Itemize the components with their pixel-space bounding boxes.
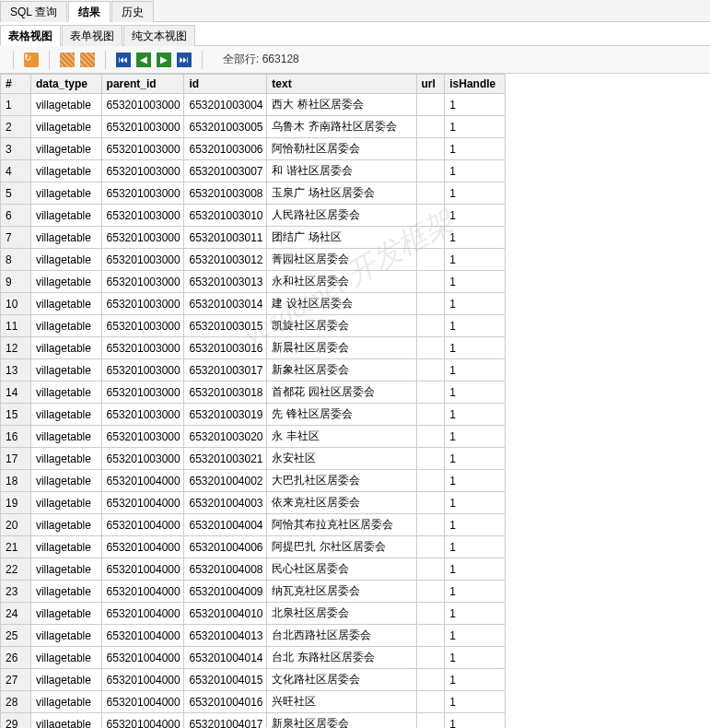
cell-data-type[interactable]: villagetable bbox=[30, 603, 101, 625]
table-row[interactable]: 21villagetable653201004000653201004006阿提… bbox=[1, 536, 506, 558]
table-row[interactable]: 15villagetable653201003000653201003019先 … bbox=[1, 404, 506, 426]
cell-url[interactable] bbox=[416, 470, 445, 492]
cell-parent-id[interactable]: 653201003000 bbox=[101, 249, 184, 271]
cell-id[interactable]: 653201003018 bbox=[184, 382, 267, 404]
cell-data-type[interactable]: villagetable bbox=[30, 536, 101, 558]
cell-id[interactable]: 653201004009 bbox=[184, 581, 267, 603]
cell-url[interactable] bbox=[416, 359, 445, 382]
cell-text[interactable]: 先 锋社区居委会 bbox=[267, 404, 416, 426]
cell-data-type[interactable]: villagetable bbox=[30, 249, 101, 271]
cell-url[interactable] bbox=[416, 514, 445, 536]
cell-data-type[interactable]: villagetable bbox=[30, 448, 101, 470]
cell-id[interactable]: 653201003007 bbox=[184, 160, 267, 182]
cell-ishandle[interactable]: 1 bbox=[445, 182, 506, 205]
cell-parent-id[interactable]: 653201003000 bbox=[101, 160, 184, 182]
cell-url[interactable] bbox=[416, 337, 445, 359]
cell-parent-id[interactable]: 653201004000 bbox=[101, 581, 184, 603]
cell-id[interactable]: 653201004013 bbox=[184, 625, 267, 647]
cell-url[interactable] bbox=[416, 94, 445, 116]
cell-url[interactable] bbox=[416, 116, 445, 138]
cell-id[interactable]: 653201003014 bbox=[184, 293, 267, 315]
cell-parent-id[interactable]: 653201004000 bbox=[101, 558, 184, 581]
cell-id[interactable]: 653201004017 bbox=[184, 713, 267, 729]
cell-text[interactable]: 北泉社区居委会 bbox=[267, 603, 416, 625]
table-row[interactable]: 1villagetable653201003000653201003004西大 … bbox=[1, 94, 506, 116]
cell-ishandle[interactable]: 1 bbox=[445, 603, 506, 625]
cell-url[interactable] bbox=[416, 382, 445, 404]
cell-parent-id[interactable]: 653201004000 bbox=[101, 492, 184, 514]
cell-data-type[interactable]: villagetable bbox=[30, 94, 101, 116]
cell-id[interactable]: 653201004002 bbox=[184, 470, 267, 492]
tool-button-1[interactable] bbox=[59, 52, 76, 68]
table-row[interactable]: 19villagetable653201004000653201004003依来… bbox=[1, 492, 506, 514]
cell-text[interactable]: 永 丰社区 bbox=[267, 426, 416, 448]
table-row[interactable]: 2villagetable653201003000653201003005乌鲁木… bbox=[1, 116, 506, 138]
col-header-ishandle[interactable]: isHandle bbox=[445, 75, 506, 94]
cell-data-type[interactable]: villagetable bbox=[30, 138, 101, 160]
cell-parent-id[interactable]: 653201003000 bbox=[101, 448, 184, 470]
cell-parent-id[interactable]: 653201003000 bbox=[101, 426, 184, 448]
cell-url[interactable] bbox=[416, 227, 445, 249]
cell-text[interactable]: 永和社区居委会 bbox=[267, 271, 416, 293]
cell-parent-id[interactable]: 653201003000 bbox=[101, 182, 184, 205]
tab-table-view[interactable]: 表格视图 bbox=[0, 25, 61, 46]
cell-parent-id[interactable]: 653201004000 bbox=[101, 536, 184, 558]
cell-ishandle[interactable]: 1 bbox=[445, 271, 506, 293]
cell-url[interactable] bbox=[416, 558, 445, 581]
col-header-parent-id[interactable]: parent_id bbox=[101, 75, 184, 94]
cell-id[interactable]: 653201003017 bbox=[184, 359, 267, 382]
table-row[interactable]: 9villagetable653201003000653201003013永和社… bbox=[1, 271, 506, 293]
cell-parent-id[interactable]: 653201003000 bbox=[101, 271, 184, 293]
cell-id[interactable]: 653201003016 bbox=[184, 337, 267, 359]
cell-url[interactable] bbox=[416, 426, 445, 448]
table-row[interactable]: 7villagetable653201003000653201003011团结广… bbox=[1, 227, 506, 249]
tool-button-2[interactable] bbox=[79, 52, 96, 68]
table-row[interactable]: 11villagetable653201003000653201003015凯旋… bbox=[1, 315, 506, 337]
cell-text[interactable]: 凯旋社区居委会 bbox=[267, 315, 416, 337]
table-row[interactable]: 20villagetable653201004000653201004004阿恰… bbox=[1, 514, 506, 536]
cell-url[interactable] bbox=[416, 581, 445, 603]
table-row[interactable]: 23villagetable653201004000653201004009纳瓦… bbox=[1, 581, 506, 603]
table-row[interactable]: 10villagetable653201003000653201003014建 … bbox=[1, 293, 506, 315]
cell-data-type[interactable]: villagetable bbox=[30, 271, 101, 293]
cell-data-type[interactable]: villagetable bbox=[30, 691, 101, 713]
cell-text[interactable]: 阿提巴扎 尔社区居委会 bbox=[267, 536, 416, 558]
cell-parent-id[interactable]: 653201004000 bbox=[101, 691, 184, 713]
tab-plain-view[interactable]: 纯文本视图 bbox=[123, 25, 195, 46]
cell-data-type[interactable]: villagetable bbox=[30, 116, 101, 138]
cell-data-type[interactable]: villagetable bbox=[30, 558, 101, 581]
cell-data-type[interactable]: villagetable bbox=[30, 713, 101, 729]
cell-parent-id[interactable]: 653201003000 bbox=[101, 337, 184, 359]
cell-id[interactable]: 653201003004 bbox=[184, 94, 267, 116]
cell-parent-id[interactable]: 653201003000 bbox=[101, 359, 184, 382]
table-row[interactable]: 28villagetable653201004000653201004016兴旺… bbox=[1, 691, 506, 713]
cell-ishandle[interactable]: 1 bbox=[445, 470, 506, 492]
cell-url[interactable] bbox=[416, 691, 445, 713]
cell-data-type[interactable]: villagetable bbox=[30, 227, 101, 249]
tab-form-view[interactable]: 表单视图 bbox=[62, 25, 122, 46]
cell-parent-id[interactable]: 653201004000 bbox=[101, 669, 184, 691]
cell-data-type[interactable]: villagetable bbox=[30, 669, 101, 691]
cell-url[interactable] bbox=[416, 492, 445, 514]
tab-result[interactable]: 结果 bbox=[68, 1, 111, 22]
cell-ishandle[interactable]: 1 bbox=[445, 448, 506, 470]
cell-id[interactable]: 653201004010 bbox=[184, 603, 267, 625]
cell-text[interactable]: 永安社区 bbox=[267, 448, 416, 470]
cell-parent-id[interactable]: 653201003000 bbox=[101, 205, 184, 227]
cell-url[interactable] bbox=[416, 138, 445, 160]
cell-url[interactable] bbox=[416, 448, 445, 470]
cell-data-type[interactable]: villagetable bbox=[30, 470, 101, 492]
table-row[interactable]: 12villagetable653201003000653201003016新晨… bbox=[1, 337, 506, 359]
cell-ishandle[interactable]: 1 bbox=[445, 713, 506, 729]
cell-ishandle[interactable]: 1 bbox=[445, 359, 506, 382]
col-header-id[interactable]: id bbox=[184, 75, 267, 94]
cell-parent-id[interactable]: 653201003000 bbox=[101, 138, 184, 160]
cell-text[interactable]: 依来克社区居委会 bbox=[267, 492, 416, 514]
table-row[interactable]: 16villagetable653201003000653201003020永 … bbox=[1, 426, 506, 448]
cell-text[interactable]: 人民路社区居委会 bbox=[267, 205, 416, 227]
cell-ishandle[interactable]: 1 bbox=[445, 293, 506, 315]
cell-data-type[interactable]: villagetable bbox=[30, 647, 101, 669]
table-row[interactable]: 6villagetable653201003000653201003010人民路… bbox=[1, 205, 506, 227]
cell-data-type[interactable]: villagetable bbox=[30, 160, 101, 182]
cell-ishandle[interactable]: 1 bbox=[445, 94, 506, 116]
